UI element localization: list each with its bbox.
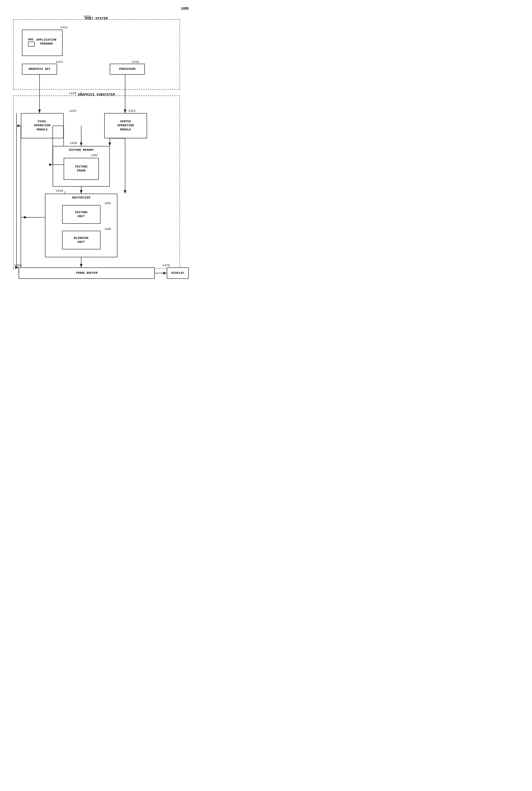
blending-unit-box: BLENDINGUNIT [62, 231, 100, 249]
vertex-op-label: VERTEXOPERATIONMODULE [117, 120, 134, 132]
processor-box: PROCESSOR [110, 64, 145, 75]
pixel-op-box: PIXELOPERATIONMODULE [21, 113, 64, 138]
blending-unit-label: BLENDINGUNIT [74, 236, 89, 244]
graphics-subsystem-ref: 1420 [69, 92, 76, 95]
texture-unit-label: TEXTUREUNIT [75, 210, 88, 219]
graphics-api-box: GRAPHICS API [22, 64, 57, 75]
texture-memory-ref: 1450 [70, 142, 77, 145]
rasterizer-ref: 1430 [56, 189, 63, 192]
display-label: DISPLAY [171, 271, 184, 275]
blending-unit-ref: 1436 [104, 228, 111, 231]
app-program-label: APPLICATIONPROGRAM [36, 38, 56, 46]
app-program-box: 505 APPLICATIONPROGRAM [22, 30, 62, 56]
frame-buffer-label: FRAME BUFFER [76, 271, 98, 275]
vertex-op-ref: 1422 [128, 109, 136, 113]
display-box: DISPLAY [167, 267, 189, 279]
frame-buffer-box: FRAME BUFFER [19, 267, 155, 279]
app-icon [28, 42, 35, 46]
texture-image-box: TEXTUREIMAGE [64, 158, 99, 180]
rasterizer-label: RASTERIZER [72, 196, 90, 200]
graphics-subsystem-label: GRAPHICS SUBSYSTEM [78, 93, 115, 96]
main-ref-label: 1400 [181, 6, 189, 10]
texture-memory-label: TEXTURE MEMORY [69, 148, 94, 152]
texture-image-label: TEXTUREIMAGE [75, 165, 88, 173]
texture-unit-box: TEXTUREUNIT [62, 205, 100, 224]
pixel-op-label: PIXELOPERATIONMODULE [34, 120, 51, 132]
rasterizer-box: RASTERIZER 1435 TEXTUREUNIT 1436 BLENDIN… [45, 194, 117, 257]
texture-image-ref: 1452 [91, 154, 98, 157]
processor-ref: 1416 [132, 60, 139, 64]
texture-unit-ref: 1435 [104, 202, 111, 205]
app-program-ref: 1412 [60, 26, 68, 29]
pixel-op-ref: 1425 [69, 109, 76, 113]
host-system-label: HOST SYSTEM [85, 17, 108, 20]
texture-memory-box: TEXTURE MEMORY 1452 TEXTUREIMAGE [53, 146, 110, 187]
frame-buffer-ref: 1450 [14, 264, 21, 267]
display-ref: 1470 [163, 264, 170, 267]
vertex-op-box: VERTEXOPERATIONMODULE [104, 113, 147, 138]
app-number: 505 [28, 38, 33, 41]
graphics-api-label: GRAPHICS API [28, 67, 51, 71]
processor-label: PROCESSOR [119, 67, 136, 71]
graphics-api-ref: 1415 [56, 60, 63, 64]
